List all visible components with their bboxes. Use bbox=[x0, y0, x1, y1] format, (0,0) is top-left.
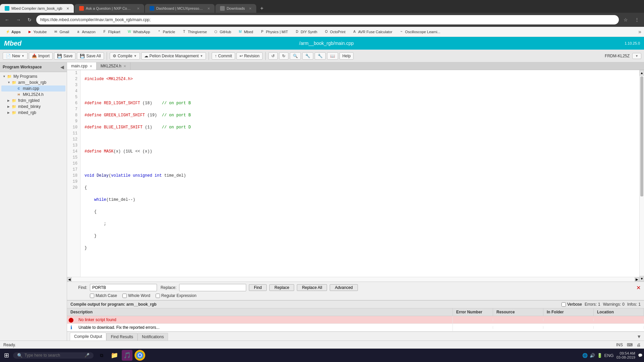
bookmark-mbed[interactable]: M Mbed bbox=[235, 29, 256, 35]
scroll-down-arrow[interactable]: ▼ bbox=[640, 276, 644, 282]
browser-tab-2[interactable]: Dashboard | MCUXpresso SDK B... ✕ bbox=[145, 4, 215, 13]
sidebar-collapse-button[interactable]: ◀ bbox=[60, 64, 64, 70]
regex-input[interactable] bbox=[156, 294, 160, 298]
browser-tab-1[interactable]: Ask a Question | NXP Communi... ✕ bbox=[74, 4, 144, 13]
search-bar[interactable]: 🔍 🎤 bbox=[13, 352, 94, 359]
taskbar-player[interactable]: 🎵 bbox=[122, 350, 132, 361]
compile-button[interactable]: ⚙ Compile ▼ bbox=[110, 52, 140, 60]
taskbar-explorer[interactable]: 📁 bbox=[109, 350, 120, 361]
bottom-tab-compile[interactable]: Compile Output bbox=[70, 333, 106, 341]
network-icon[interactable]: 🌐 bbox=[582, 353, 588, 358]
tree-item-frdm[interactable]: ▶ 📁 frdm_rgbled bbox=[1, 98, 65, 104]
new-button[interactable]: 📄 New ▼ bbox=[3, 52, 28, 60]
bookmark-github[interactable]: ⬡ GitHub bbox=[211, 29, 234, 35]
bookmark-star-button[interactable]: ☆ bbox=[622, 16, 630, 23]
bookmark-amazon[interactable]: a Amazon bbox=[73, 29, 98, 35]
bookmark-youtube[interactable]: ▶ Youtube bbox=[25, 29, 50, 35]
new-tab-button[interactable]: + bbox=[257, 4, 267, 13]
back-button[interactable]: ← bbox=[3, 16, 11, 23]
redo-button[interactable]: ↻ bbox=[279, 52, 288, 60]
editor-scrollbar-h[interactable]: ◀ ▶ bbox=[67, 277, 639, 282]
book-button[interactable]: 📖 bbox=[327, 52, 338, 60]
bookmark-thingiverse[interactable]: T Thingiverse bbox=[179, 29, 210, 35]
match-case-input[interactable] bbox=[90, 294, 94, 298]
editor-scrollbar-v[interactable]: ▲ ▼ bbox=[639, 70, 644, 282]
find-input[interactable] bbox=[90, 284, 157, 291]
tab-close-1[interactable]: ✕ bbox=[137, 7, 140, 10]
commit-button[interactable]: ↑ Commit bbox=[212, 52, 235, 60]
taskview-button[interactable]: ⧉ bbox=[96, 350, 107, 361]
bookmark-avr[interactable]: A AVR Fuse Calculator bbox=[350, 29, 395, 35]
bookmark-gmail[interactable]: ✉ Gmail bbox=[51, 29, 72, 35]
compile-row-0[interactable]: ⬤ No linker script found bbox=[67, 316, 644, 324]
search-input[interactable] bbox=[24, 353, 83, 358]
save-button[interactable]: 💾 Save bbox=[54, 52, 75, 60]
bottom-tab-find[interactable]: Find Results bbox=[106, 333, 138, 341]
browser-tab-0[interactable]: Mbed Compiler /arm_book_rgb ✕ bbox=[0, 4, 74, 13]
bookmark-diy[interactable]: D DIY Synth bbox=[292, 29, 320, 35]
scroll-track-v[interactable] bbox=[640, 76, 644, 276]
device-select-button[interactable]: ▼ bbox=[632, 53, 641, 59]
bookmark-apps[interactable]: ⚡ Apps bbox=[3, 29, 23, 35]
notification-icon[interactable]: 💬 bbox=[638, 353, 643, 358]
editor-tab-close-1[interactable]: ✕ bbox=[123, 64, 126, 68]
bookmark-more-button[interactable]: » bbox=[638, 29, 641, 35]
import-button[interactable]: 📥 Import bbox=[29, 52, 53, 60]
editor-tab-close-0[interactable]: ✕ bbox=[90, 64, 92, 68]
address-input[interactable] bbox=[36, 15, 619, 24]
bookmark-particle[interactable]: * Particle bbox=[154, 29, 178, 35]
tree-item-mkl25z4[interactable]: H MKL25Z4.h bbox=[1, 92, 65, 98]
wrench-button[interactable]: 🔧 bbox=[315, 52, 326, 60]
scroll-left-arrow[interactable]: ◀ bbox=[67, 277, 72, 282]
whole-word-input[interactable] bbox=[122, 294, 127, 298]
editor-tab-main-cpp[interactable]: main.cpp ✕ bbox=[67, 62, 97, 70]
replace-all-button[interactable]: Replace All bbox=[297, 284, 327, 291]
taskbar-chrome[interactable] bbox=[135, 350, 145, 361]
reload-button[interactable]: ↻ bbox=[25, 16, 34, 23]
bookmark-oscilloscope[interactable]: ~ Oscilloscope Learni... bbox=[396, 29, 443, 35]
tab-close-2[interactable]: ✕ bbox=[207, 7, 210, 10]
bookmark-flipkart[interactable]: F Flipkart bbox=[100, 29, 123, 35]
scroll-up-arrow[interactable]: ▲ bbox=[640, 70, 644, 76]
tree-item-main-cpp[interactable]: C main.cpp bbox=[1, 85, 65, 92]
tab-close-0[interactable]: ✕ bbox=[66, 7, 69, 10]
whole-word-checkbox[interactable]: Whole Word bbox=[122, 293, 150, 298]
help-button[interactable]: Help bbox=[339, 52, 354, 60]
undo-button[interactable]: ↺ bbox=[268, 52, 278, 60]
bookmark-octoprint[interactable]: O OctoPrint bbox=[321, 29, 348, 35]
scroll-track-h[interactable] bbox=[72, 277, 635, 282]
find-close-button[interactable]: ✕ bbox=[636, 285, 641, 291]
forward-button[interactable]: → bbox=[14, 16, 23, 23]
code-container[interactable]: 1 2 3 4 5 6 7 8 9 10 11 12 13 14 bbox=[67, 70, 644, 282]
settings-button[interactable]: 🔧 bbox=[302, 52, 313, 60]
start-button[interactable]: ⊞ bbox=[1, 350, 12, 360]
browser-tab-3[interactable]: Downloads ✕ bbox=[215, 4, 256, 13]
search-code-button[interactable]: 🔍 bbox=[290, 52, 301, 60]
bookmark-mit[interactable]: P Physics | MIT bbox=[257, 29, 291, 35]
advanced-button[interactable]: Advanced bbox=[330, 284, 358, 291]
scroll-thumb-v[interactable] bbox=[640, 76, 643, 196]
compile-row-1[interactable]: ℹ Unable to download. Fix the reported e… bbox=[67, 324, 644, 331]
tree-item-rgb[interactable]: ▶ 📁 mbed_rgb bbox=[1, 110, 65, 116]
replace-input[interactable] bbox=[179, 284, 246, 291]
verbose-checkbox[interactable]: Verbose bbox=[561, 302, 582, 307]
scroll-right-arrow[interactable]: ▶ bbox=[635, 277, 639, 282]
code-content[interactable]: #include <MKL25Z4.h> #define RED_LIGHT_S… bbox=[80, 70, 644, 282]
pelion-button[interactable]: ☁ Pelion Device Management ▼ bbox=[141, 52, 206, 60]
regex-checkbox[interactable]: Regular Expression bbox=[156, 293, 197, 298]
tab-close-3[interactable]: ✕ bbox=[249, 7, 252, 10]
save-all-button[interactable]: 💾 Save All bbox=[77, 52, 104, 60]
tree-item-blinky[interactable]: ▶ 📁 mbed_blinky bbox=[1, 104, 65, 110]
find-button[interactable]: Find bbox=[249, 284, 267, 291]
revision-button[interactable]: ↩ Revision bbox=[236, 52, 263, 60]
tree-item-my-programs[interactable]: ▼ 📁 My Programs bbox=[1, 73, 65, 79]
tree-item-arm-book[interactable]: ▼ 📁 arm__book_rgb bbox=[1, 79, 65, 85]
editor-tab-mkl25z4[interactable]: MKL25Z4.h ✕ bbox=[97, 62, 130, 70]
browser-menu-button[interactable]: ⋮ bbox=[633, 16, 641, 23]
match-case-checkbox[interactable]: Match Case bbox=[90, 293, 117, 298]
bottom-tab-notifications[interactable]: Notifications bbox=[138, 333, 168, 341]
bookmark-whatsapp[interactable]: W WhatsApp bbox=[124, 29, 153, 35]
battery-icon[interactable]: 🔋 bbox=[597, 353, 602, 358]
replace-button[interactable]: Replace bbox=[269, 284, 294, 291]
speaker-icon[interactable]: 🔊 bbox=[590, 353, 595, 358]
